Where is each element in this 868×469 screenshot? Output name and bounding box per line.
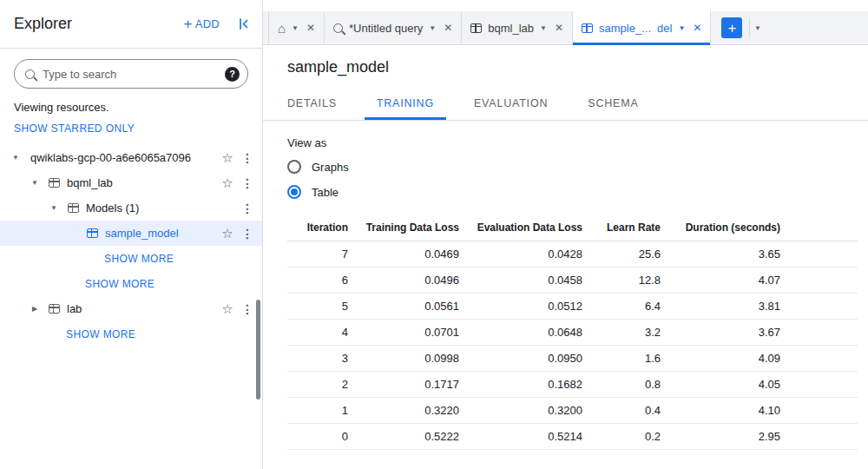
caret-down-icon[interactable]: ▼ xyxy=(24,179,45,187)
cell-spacer xyxy=(780,398,858,424)
caret-right-icon[interactable]: ▶ xyxy=(24,305,45,313)
cell-evaluation-data-loss: 0.0950 xyxy=(459,346,582,372)
show-more-row: SHOW MORE xyxy=(0,321,262,347)
collapse-panel-button[interactable] xyxy=(237,17,250,30)
star-icon[interactable]: ☆ xyxy=(215,175,240,191)
explorer-header: Explorer + ADD xyxy=(0,0,262,49)
column-spacer xyxy=(780,214,858,241)
show-more-link[interactable]: SHOW MORE xyxy=(66,328,135,340)
help-icon[interactable]: ? xyxy=(225,67,240,82)
chevron-down-icon[interactable]: ▼ xyxy=(678,24,685,32)
new-tab-menu-button[interactable]: ▼ xyxy=(749,18,765,37)
tab-label: bqml_lab xyxy=(488,22,534,35)
cell-training-data-loss: 0.3220 xyxy=(348,398,459,424)
tab-training[interactable]: TRAINING xyxy=(365,88,446,120)
table-row: 10.32200.32000.44.10 xyxy=(287,398,858,424)
dataset-icon xyxy=(45,304,62,314)
more-options-icon[interactable]: ⋮ xyxy=(240,151,255,165)
tab-evaluation[interactable]: EVALUATION xyxy=(462,88,560,120)
new-tab-button[interactable]: + xyxy=(721,17,742,38)
cell-learn-rate: 3.2 xyxy=(582,320,661,346)
close-icon[interactable]: ✕ xyxy=(444,22,452,34)
tab-schema[interactable]: SCHEMA xyxy=(575,88,650,120)
cell-evaluation-data-loss: 0.5214 xyxy=(459,424,582,450)
radio-option-graphs[interactable]: Graphs xyxy=(287,159,858,175)
close-icon[interactable]: ✕ xyxy=(555,22,563,34)
cell-duration-seconds: 3.81 xyxy=(661,294,780,320)
close-icon[interactable]: ✕ xyxy=(306,22,315,34)
editor-tab-untitled-query[interactable]: *Untitled query▼✕ xyxy=(325,11,462,44)
cell-iteration: 7 xyxy=(287,241,348,268)
collapse-panel-icon xyxy=(237,17,250,30)
viewing-resources-text: Viewing resources. xyxy=(0,96,262,114)
star-icon[interactable]: ☆ xyxy=(215,226,240,241)
caret-down-icon[interactable]: ▼ xyxy=(5,154,26,162)
tree-item-lab[interactable]: ▶lab☆⋮ xyxy=(0,296,262,321)
tree-item-bqml-lab[interactable]: ▼bqml_lab☆⋮ xyxy=(0,170,262,195)
tab-label-suffix: del xyxy=(657,22,672,35)
tree-item-qwiklabs-gcp-00-a6e6065a7096[interactable]: ▼qwiklabs-gcp-00-a6e6065a7096☆⋮ xyxy=(0,145,262,170)
add-data-button[interactable]: + ADD xyxy=(184,17,220,31)
table-icon xyxy=(582,23,593,33)
cell-duration-seconds: 4.09 xyxy=(661,346,780,372)
caret-down-icon[interactable]: ▼ xyxy=(43,204,64,212)
tab-details[interactable]: DETAILS xyxy=(275,88,349,120)
chevron-down-icon[interactable]: ▼ xyxy=(540,24,547,32)
cell-iteration: 2 xyxy=(287,372,348,398)
main-area: ⌂▼✕*Untitled query▼✕bqml_lab▼✕sample_...… xyxy=(263,0,868,469)
cell-duration-seconds: 3.67 xyxy=(661,320,780,346)
editor-tab-bar: ⌂▼✕*Untitled query▼✕bqml_lab▼✕sample_...… xyxy=(263,11,868,45)
more-options-icon[interactable]: ⋮ xyxy=(240,201,255,215)
radio-graphs-icon[interactable] xyxy=(287,160,301,174)
star-icon[interactable]: ☆ xyxy=(215,150,240,166)
cell-spacer xyxy=(780,372,858,398)
sidebar-scrollbar[interactable] xyxy=(256,300,260,400)
cell-duration-seconds: 4.10 xyxy=(661,398,780,424)
dataset-icon xyxy=(83,228,101,238)
table-row: 00.52220.52140.22.95 xyxy=(287,424,858,450)
cell-iteration: 3 xyxy=(287,346,348,372)
table-row: 50.05610.05126.43.81 xyxy=(287,294,858,320)
radio-table-icon[interactable] xyxy=(287,185,301,199)
home-icon: ⌂ xyxy=(278,22,286,35)
more-options-icon[interactable]: ⋮ xyxy=(240,302,255,316)
bigquery-console: Explorer + ADD ? Viewing resources. SHOW… xyxy=(0,0,868,469)
tree-item-label: lab xyxy=(67,302,215,315)
cell-learn-rate: 0.8 xyxy=(582,372,661,398)
cell-spacer xyxy=(780,268,858,294)
editor-tab-bqml-lab[interactable]: bqml_lab▼✕ xyxy=(462,11,573,44)
column-header-evaluation-data-loss: Evaluation Data Loss xyxy=(459,214,582,241)
cell-spacer xyxy=(780,241,858,268)
star-icon[interactable]: ☆ xyxy=(215,301,240,317)
cell-iteration: 4 xyxy=(287,320,348,346)
chevron-down-icon[interactable]: ▼ xyxy=(292,24,299,32)
more-options-icon[interactable]: ⋮ xyxy=(240,176,255,190)
cell-iteration: 6 xyxy=(287,268,348,294)
show-starred-only-link[interactable]: SHOW STARRED ONLY xyxy=(0,114,262,145)
more-options-icon[interactable]: ⋮ xyxy=(240,227,255,241)
cell-training-data-loss: 0.0701 xyxy=(348,320,459,346)
cell-duration-seconds: 4.07 xyxy=(661,268,780,294)
add-label: ADD xyxy=(195,17,220,30)
query-icon xyxy=(333,23,343,33)
editor-tab-sample-model[interactable]: sample_...del▼✕ xyxy=(573,11,711,44)
show-more-row: SHOW MORE xyxy=(0,271,262,296)
plus-icon: + xyxy=(184,17,193,31)
cell-spacer xyxy=(780,424,858,450)
search-box[interactable]: ? xyxy=(14,59,248,89)
view-as-radios: GraphsTable xyxy=(287,159,858,200)
search-input[interactable] xyxy=(43,68,217,81)
tree-item-label: Models (1) xyxy=(86,201,215,215)
chevron-down-icon[interactable]: ▼ xyxy=(429,24,436,32)
tree-item-models-1[interactable]: ▼Models (1)☆⋮ xyxy=(0,195,262,221)
show-more-link[interactable]: SHOW MORE xyxy=(104,253,174,265)
editor-tab-home[interactable]: ⌂▼✕ xyxy=(268,11,325,44)
cell-training-data-loss: 0.0998 xyxy=(348,346,459,372)
training-iterations-table: IterationTraining Data LossEvaluation Da… xyxy=(287,214,858,450)
cell-learn-rate: 1.6 xyxy=(582,346,661,372)
tree-item-sample-model[interactable]: sample_model☆⋮ xyxy=(0,221,262,246)
radio-option-table[interactable]: Table xyxy=(287,184,858,200)
table-row: 70.04690.042825.63.65 xyxy=(287,241,858,268)
close-icon[interactable]: ✕ xyxy=(693,22,701,34)
show-more-link[interactable]: SHOW MORE xyxy=(85,278,155,290)
